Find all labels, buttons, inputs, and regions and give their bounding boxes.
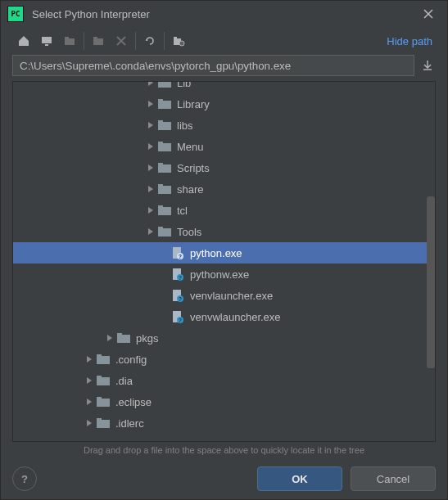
expand-arrow-icon[interactable] (144, 142, 157, 151)
expand-arrow-icon[interactable] (83, 376, 96, 385)
expand-arrow-icon[interactable] (144, 121, 157, 129)
cancel-button[interactable]: Cancel (351, 466, 436, 491)
folder-icon (96, 354, 111, 365)
expand-arrow-icon[interactable] (103, 334, 116, 342)
tree-item-label: share (177, 183, 204, 196)
svg-rect-22 (158, 205, 163, 209)
separator (135, 32, 136, 50)
new-folder-disabled-icon (92, 34, 105, 47)
folder-icon (157, 82, 172, 88)
desktop-icon (40, 34, 53, 47)
tree-folder[interactable]: Menu (13, 136, 435, 157)
expand-arrow-icon[interactable] (144, 206, 157, 214)
svg-rect-5 (93, 37, 97, 39)
folder-icon (157, 205, 172, 216)
svg-rect-42 (97, 376, 102, 379)
expand-arrow-icon[interactable] (83, 419, 96, 427)
tree-folder[interactable]: Library (13, 93, 435, 115)
file-icon: ? (170, 268, 185, 281)
tree-folder[interactable]: tcl (13, 200, 435, 221)
folder-icon (157, 119, 172, 131)
ok-button[interactable]: OK (257, 466, 342, 491)
tree-item-label: Library (177, 98, 210, 110)
expand-arrow-icon[interactable] (144, 164, 157, 172)
home-button[interactable] (12, 29, 35, 52)
refresh-icon (143, 34, 156, 47)
tree-file[interactable]: ?pythonw.exe (13, 264, 435, 285)
dialog-buttons: ? OK Cancel (1, 458, 447, 499)
tree-item-label: libs (177, 119, 193, 132)
svg-text:?: ? (179, 318, 182, 323)
tree-folder[interactable]: .eclipse (13, 391, 435, 412)
svg-rect-9 (158, 82, 171, 88)
tree-folder[interactable]: libs (13, 115, 435, 136)
tree-folder[interactable]: .dia (13, 370, 435, 391)
svg-rect-7 (174, 37, 177, 39)
tree-item-label: venvwlauncher.exe (190, 311, 281, 323)
path-row (1, 55, 447, 81)
tree-item-label: Scripts (177, 162, 210, 174)
tree-file[interactable]: ?venvlauncher.exe (13, 285, 435, 306)
expand-arrow-icon[interactable] (144, 100, 157, 108)
folder-icon (96, 396, 111, 408)
close-button[interactable] (416, 2, 441, 26)
expand-arrow-icon[interactable] (144, 185, 157, 193)
refresh-button[interactable] (138, 29, 161, 52)
hide-path-link[interactable]: Hide path (387, 35, 436, 47)
file-icon: ? (170, 246, 185, 259)
help-button[interactable]: ? (12, 466, 37, 491)
scrollbar-thumb[interactable] (427, 196, 435, 368)
delete-button[interactable] (110, 29, 133, 52)
svg-rect-20 (158, 184, 163, 187)
folder-icon (96, 417, 111, 429)
file-tree[interactable]: LibLibrarylibsMenuScriptssharetclTools?p… (12, 81, 436, 442)
tree-folder[interactable]: Lib (13, 82, 435, 93)
tree-item-label: .idlerc (115, 417, 144, 430)
svg-rect-18 (158, 163, 163, 166)
tree-file[interactable]: ?venvwlauncher.exe (13, 306, 435, 327)
expand-arrow-icon[interactable] (144, 82, 157, 87)
tree-folder[interactable]: pkgs (13, 327, 435, 349)
delete-icon (116, 36, 126, 46)
dialog-title: Select Python Interpreter (32, 8, 416, 20)
history-button[interactable] (419, 57, 436, 74)
tree-folder[interactable]: .config (13, 349, 435, 370)
svg-rect-16 (158, 142, 163, 145)
tree-item-label: venvlauncher.exe (190, 290, 273, 302)
interpreter-dialog: PC Select Python Interpreter Hi (0, 0, 448, 500)
expand-arrow-icon[interactable] (144, 227, 157, 236)
expand-arrow-icon[interactable] (83, 398, 96, 406)
expand-arrow-icon[interactable] (83, 355, 96, 363)
svg-text:?: ? (179, 254, 182, 259)
folder-icon (157, 141, 172, 152)
file-icon: ? (170, 310, 185, 323)
tree-folder[interactable]: Tools (13, 221, 435, 242)
svg-point-8 (179, 41, 184, 46)
new-folder-disabled-button (87, 29, 110, 52)
tree-folder[interactable]: .idlerc (13, 412, 435, 434)
svg-rect-4 (93, 38, 103, 45)
download-icon (422, 60, 433, 71)
tree-file[interactable]: ?python.exe (13, 242, 435, 264)
tree-item-label: pkgs (136, 332, 158, 345)
tree-item-label: Menu (177, 141, 204, 153)
titlebar: PC Select Python Interpreter (1, 1, 447, 27)
folder-icon (157, 183, 172, 195)
tree-folder[interactable]: Scripts (13, 157, 435, 178)
tree-item-label: Tools (177, 226, 201, 238)
desktop-button[interactable] (35, 29, 58, 52)
folder-icon (116, 332, 131, 344)
tree-folder[interactable]: share (13, 178, 435, 200)
toggle-hidden-icon (172, 34, 185, 47)
tree-item-label: .config (115, 354, 147, 366)
drag-drop-hint: Drag and drop a file into the space abov… (1, 442, 447, 458)
toggle-hidden-button[interactable] (167, 29, 190, 52)
toolbar: Hide path (1, 27, 447, 55)
path-input[interactable] (12, 55, 414, 76)
home-icon (17, 34, 30, 47)
separator (84, 32, 84, 50)
svg-rect-2 (65, 38, 75, 45)
new-folder-button[interactable] (58, 29, 81, 52)
svg-rect-24 (158, 227, 163, 230)
svg-rect-46 (97, 418, 102, 421)
